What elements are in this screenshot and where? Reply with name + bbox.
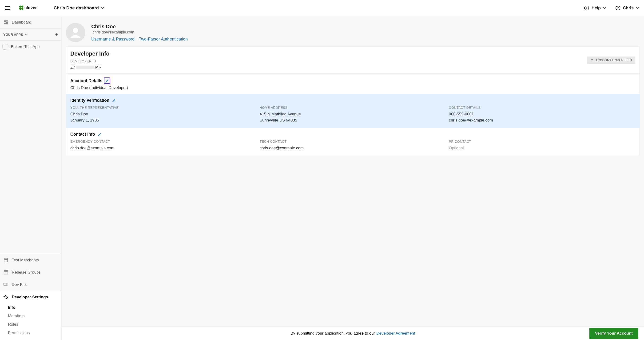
- svg-rect-11: [6, 22, 8, 24]
- identity-address-col: HOME ADDRESS 415 N Mathilda Avenue Sunny…: [260, 106, 446, 124]
- developer-info-card: Developer Info DEVELOPER ID Z7 MR ACCOUN…: [66, 46, 640, 156]
- link-two-factor[interactable]: Two-Factor Authentication: [139, 37, 188, 42]
- avatar: [66, 23, 85, 42]
- user-icon: [615, 6, 620, 11]
- pencil-icon: [105, 79, 109, 82]
- person-icon: [590, 58, 594, 62]
- svg-point-1: [21, 6, 23, 8]
- svg-text:clover: clover: [24, 6, 37, 10]
- sidebar-item-release-groups[interactable]: Release Groups: [0, 266, 62, 278]
- developer-agreement-link[interactable]: Developer Agreement: [376, 331, 415, 336]
- your-apps-label: YOUR APPS: [3, 33, 23, 37]
- user-menu[interactable]: Chris: [615, 6, 639, 11]
- gear-icon: [3, 294, 8, 300]
- sidebar-label: Release Groups: [12, 270, 41, 275]
- footer-text: By submitting your application, you agre…: [290, 331, 375, 336]
- clover-logo[interactable]: clover: [19, 5, 43, 11]
- sidebar-your-apps[interactable]: YOUR APPS +: [0, 29, 62, 41]
- store-icon: [3, 270, 8, 275]
- developer-id-value: Z7 MR: [70, 65, 110, 70]
- dashboard-label: Chris Doe dashboard: [54, 6, 99, 11]
- identity-title: Identity Verification: [70, 98, 109, 103]
- svg-rect-12: [4, 23, 6, 24]
- sidebar: Dashboard YOUR APPS + Bakers Test App Te…: [0, 16, 62, 340]
- account-details-title: Account Details: [70, 78, 102, 83]
- sidebar-item-dev-kits[interactable]: Dev Kits: [0, 278, 62, 291]
- identity-contact-col: CONTACT DETAILS 000-555-0001 chris.doe@e…: [449, 106, 635, 124]
- chevron-down-icon: [603, 7, 606, 10]
- add-app-icon[interactable]: +: [55, 32, 58, 38]
- identity-representative-col: YOU, THE REPRESENTATIVE Chris Doe Januar…: [70, 106, 257, 124]
- chevron-down-icon: [636, 7, 639, 10]
- topbar: clover Chris Doe dashboard ? Help Chris: [0, 0, 644, 16]
- dashboard-selector[interactable]: Chris Doe dashboard: [54, 6, 104, 11]
- svg-text:?: ?: [586, 6, 588, 10]
- edit-contact-info-button[interactable]: [98, 133, 101, 136]
- sidebar-label: Developer Settings: [12, 295, 48, 299]
- link-username-password[interactable]: Username & Password: [91, 37, 134, 42]
- developer-id-label: DEVELOPER ID: [70, 59, 110, 63]
- sidebar-item-developer-settings[interactable]: Developer Settings: [0, 291, 62, 303]
- sidebar-sub-permissions[interactable]: Permissions: [0, 329, 62, 337]
- edit-account-details-button[interactable]: [104, 78, 110, 84]
- svg-point-3: [21, 8, 23, 10]
- emergency-contact-col: EMERGENCY CONTACT chris.doe@example.com: [70, 140, 257, 152]
- dashboard-icon: [3, 20, 8, 25]
- contact-email: chris.doe@example.com: [449, 118, 635, 123]
- help-button[interactable]: ? Help: [584, 6, 606, 11]
- account-unverified-badge: ACCOUNT UNVERIFIED: [587, 57, 635, 64]
- contact-info-section: Contact Info EMERGENCY CONTACT chris.doe…: [66, 128, 640, 156]
- svg-rect-13: [4, 283, 7, 285]
- sidebar-item-dashboard[interactable]: Dashboard: [0, 16, 62, 29]
- user-label: Chris: [623, 6, 634, 11]
- sidebar-item-test-merchants[interactable]: Test Merchants: [0, 254, 62, 266]
- profile-name: Chris Doe: [91, 24, 188, 30]
- svg-point-15: [73, 28, 78, 33]
- devices-icon: [3, 282, 8, 287]
- verify-account-button[interactable]: Verify Your Account: [590, 328, 638, 339]
- svg-point-2: [19, 8, 21, 10]
- svg-rect-10: [6, 21, 8, 22]
- svg-rect-14: [7, 284, 8, 286]
- addr-city: Sunnyvale US 94085: [260, 118, 446, 123]
- sidebar-sub-info[interactable]: Info: [0, 303, 62, 312]
- svg-rect-9: [4, 21, 6, 22]
- main-content: Chris Doe chris.doe@example.com Username…: [62, 16, 644, 340]
- sidebar-sub-members[interactable]: Members: [0, 312, 62, 320]
- tech-contact-col: TECH CONTACT chris.doe@example.com: [260, 140, 446, 152]
- storefront-icon: [3, 258, 8, 263]
- menu-icon[interactable]: [5, 6, 10, 11]
- help-icon: ?: [584, 6, 589, 11]
- developer-info-title: Developer Info: [70, 50, 110, 57]
- account-details-value: Chris Doe (Individual Developer): [70, 86, 635, 90]
- footer-bar: By submitting your application, you agre…: [62, 326, 644, 340]
- sidebar-app-item[interactable]: Bakers Test App: [0, 41, 62, 53]
- help-label: Help: [592, 6, 601, 11]
- rep-dob: January 1, 1985: [70, 118, 257, 123]
- profile-header: Chris Doe chris.doe@example.com Username…: [62, 16, 644, 46]
- contact-info-title: Contact Info: [70, 132, 95, 137]
- svg-point-8: [617, 7, 618, 8]
- chevron-down-icon: [25, 33, 28, 36]
- sidebar-label: Test Merchants: [12, 258, 39, 262]
- svg-point-16: [591, 59, 592, 60]
- app-placeholder-icon: [2, 44, 8, 50]
- profile-email: chris.doe@example.com: [93, 30, 188, 34]
- sidebar-label: Dev Kits: [12, 282, 26, 287]
- pr-contact-col: PR CONTACT Optional: [449, 140, 635, 152]
- edit-identity-button[interactable]: [112, 99, 116, 102]
- addr-street: 415 N Mathilda Avenue: [260, 112, 446, 117]
- contact-phone: 000-555-0001: [449, 112, 635, 117]
- svg-point-0: [19, 6, 21, 8]
- account-details-section: Account Details Chris Doe (Individual De…: [66, 74, 640, 94]
- masked-id: [76, 66, 94, 69]
- app-label: Bakers Test App: [11, 45, 40, 49]
- identity-verification-section: Identity Verification YOU, THE REPRESENT…: [66, 94, 640, 128]
- chevron-down-icon: [101, 7, 104, 10]
- sidebar-sub-roles[interactable]: Roles: [0, 320, 62, 329]
- sidebar-label: Dashboard: [12, 20, 31, 25]
- rep-name: Chris Doe: [70, 112, 257, 117]
